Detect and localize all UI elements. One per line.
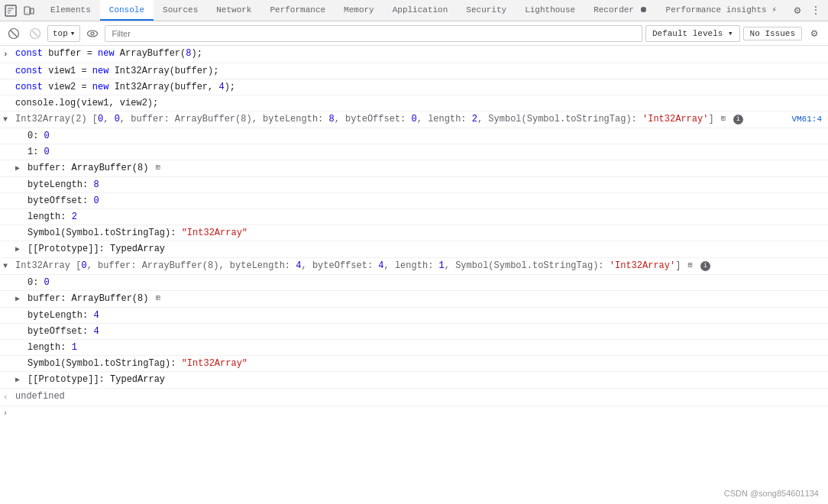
prop2-prototype-value: [[Prototype]]: TypedArray: [27, 373, 828, 386]
input-entry-2: const view1 = new Int32Array(buffer);: [0, 63, 828, 79]
filter-input[interactable]: [105, 25, 642, 42]
prop-0-0: 0: 0: [0, 128, 828, 144]
prop-length-1: length: 2: [0, 209, 828, 225]
context-selector[interactable]: top ▾: [47, 25, 80, 42]
stop-button[interactable]: [26, 24, 44, 43]
tab-console[interactable]: Console: [100, 0, 154, 21]
prop-arrow-0-0: [15, 129, 27, 130]
svg-rect-2: [31, 8, 34, 14]
levels-label: Default levels ▾: [652, 28, 733, 38]
collapse-arrow-2[interactable]: ▼: [3, 259, 15, 273]
svg-line-7: [33, 31, 38, 36]
prop2-buffer[interactable]: ▶ buffer: ArrayBuffer(8) ⊞: [0, 291, 828, 308]
devtools-icons: [3, 3, 37, 18]
tab-elements[interactable]: Elements: [41, 0, 100, 21]
clear-console-button[interactable]: [5, 24, 23, 43]
input-marker-4: [3, 96, 15, 97]
prop-buffer-1-value: buffer: ArrayBuffer(8) ⊞: [27, 161, 828, 175]
db-icon-buffer-2: ⊞: [156, 292, 160, 305]
tab-sources[interactable]: Sources: [154, 0, 207, 21]
output-block2-header[interactable]: ▼ Int32Array [0, buffer: ArrayBuffer(8),…: [0, 258, 828, 275]
input-entry-3: const view2 = new Int32Array(buffer, 4);: [0, 79, 828, 95]
db-icon-buffer-1: ⊞: [156, 161, 160, 175]
prop-0-1: 1: 0: [0, 144, 828, 160]
undefined-entry: ‹ undefined: [0, 389, 828, 406]
undefined-value: undefined: [15, 389, 828, 403]
expand-arrow-proto-2[interactable]: ▶: [15, 373, 27, 387]
prop2-prototype[interactable]: ▶ [[Prototype]]: TypedArray: [0, 372, 828, 389]
prop-prototype-1-value: [[Prototype]]: TypedArray: [27, 242, 828, 256]
expand-arrow-proto-1[interactable]: ▶: [15, 242, 27, 257]
input-line-2: const view1 = new Int32Array(buffer);: [15, 64, 828, 78]
tab-perf-insights[interactable]: Performance insights ⚡: [657, 0, 786, 21]
tab-application[interactable]: Application: [383, 0, 458, 21]
console-settings-button[interactable]: ⚙: [805, 24, 823, 43]
expand-arrow-buffer-2[interactable]: ▶: [15, 292, 27, 306]
input-line-4: console.log(view1, view2);: [15, 96, 828, 110]
device-icon[interactable]: [21, 3, 37, 18]
prop-prototype-1[interactable]: ▶ [[Prototype]]: TypedArray: [0, 241, 828, 258]
prop-value-0-1: 1: 0: [27, 145, 828, 159]
tab-memory[interactable]: Memory: [335, 0, 383, 21]
prop-arrow-sym-1: [15, 226, 27, 227]
live-expression-button[interactable]: [83, 24, 102, 43]
prop-byteoffset-1: byteOffset: 0: [0, 193, 828, 209]
info-icon-2[interactable]: i: [700, 261, 710, 271]
vm-link-1[interactable]: VM61:4: [791, 112, 822, 126]
prop-symbol-1: Symbol(Symbol.toStringTag): "Int32Array": [0, 225, 828, 241]
expand-arrow-buffer-1[interactable]: ▶: [15, 161, 27, 176]
prop2-bytelength-value: byteLength: 4: [27, 309, 828, 322]
tab-network[interactable]: Network: [207, 0, 260, 21]
prop-bytelength-1-value: byteLength: 8: [27, 178, 828, 192]
prop-arrow-len-1: [15, 210, 27, 211]
collapse-arrow-1[interactable]: ▼: [3, 112, 15, 127]
prop2-byteoffset: byteOffset: 4: [0, 324, 828, 340]
svg-point-3: [27, 12, 27, 13]
more-icon[interactable]: ⋮: [808, 3, 823, 18]
prop2-arrow-len: [15, 341, 27, 341]
prop-buffer-1[interactable]: ▶ buffer: ArrayBuffer(8) ⊞: [0, 160, 828, 177]
prop2-bytelength: byteLength: 4: [0, 308, 828, 324]
prop2-symbol: Symbol(Symbol.toStringTag): "Int32Array": [0, 356, 828, 372]
tab-performance[interactable]: Performance: [260, 0, 335, 21]
main-tabs: Elements Console Sources Network Perform…: [41, 0, 786, 21]
prop-bytelength-1: byteLength: 8: [0, 177, 828, 193]
prop2-symbol-value: Symbol(Symbol.toStringTag): "Int32Array": [27, 357, 828, 370]
prop-value-0-0: 0: 0: [27, 129, 828, 143]
prop-arrow-bo-1: [15, 194, 27, 195]
prop-byteoffset-1-value: byteOffset: 0: [27, 194, 828, 208]
output-block1-summary: Int32Array(2) [0, 0, buffer: ArrayBuffer…: [15, 112, 828, 126]
inspect-icon[interactable]: [3, 3, 18, 18]
prop2-length-value: length: 1: [27, 341, 828, 354]
console-output: › const buffer = new ArrayBuffer(8); con…: [0, 46, 828, 504]
tab-lighthouse[interactable]: Lighthouse: [516, 0, 584, 21]
prop-length-1-value: length: 2: [27, 210, 828, 224]
output-block2-summary: Int32Array [0, buffer: ArrayBuffer(8), b…: [15, 259, 828, 273]
undefined-arrow: ‹: [3, 389, 15, 405]
context-label: top: [53, 29, 68, 38]
prop2-byteoffset-value: byteOffset: 4: [27, 325, 828, 338]
console-input-line[interactable]: ›: [0, 406, 828, 422]
input-marker-3: [3, 80, 15, 81]
watermark: CSDN @song854601134: [724, 489, 819, 498]
info-icon-1[interactable]: i: [733, 115, 743, 124]
svg-line-5: [11, 31, 17, 37]
tab-recorder[interactable]: Recorder ⏺: [584, 0, 656, 21]
settings-icon[interactable]: ⚙: [790, 3, 805, 18]
console-toolbar: top ▾ Default levels ▾ No Issues ⚙: [0, 21, 828, 46]
prop2-length: length: 1: [0, 340, 828, 356]
prop-arrow-bl-1: [15, 178, 27, 179]
db-icon-1: ⊞: [721, 112, 726, 126]
svg-point-8: [88, 31, 98, 37]
log-levels-button[interactable]: Default levels ▾: [645, 25, 740, 42]
output-block1-header[interactable]: ▼ Int32Array(2) [0, 0, buffer: ArrayBuff…: [0, 111, 828, 128]
tab-bar-right: ⚙ ⋮: [790, 3, 828, 18]
input-entry-4: console.log(view1, view2);: [0, 95, 828, 111]
prop2-arrow-0-0: [15, 276, 27, 276]
prop2-buffer-value: buffer: ArrayBuffer(8) ⊞: [27, 292, 828, 305]
input-marker-1: ›: [3, 47, 15, 62]
tab-security[interactable]: Security: [457, 0, 516, 21]
input-entry-1: › const buffer = new ArrayBuffer(8);: [0, 46, 828, 63]
svg-point-9: [91, 32, 94, 35]
prop2-arrow-sym: [15, 357, 27, 357]
